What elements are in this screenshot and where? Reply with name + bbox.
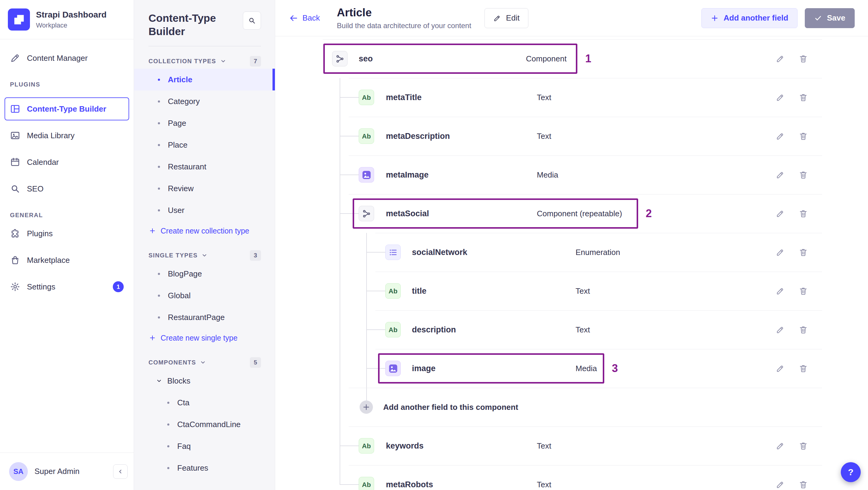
tree-connector	[340, 97, 359, 98]
field-name: keywords	[386, 441, 424, 451]
collapse-sidebar-button[interactable]	[113, 464, 128, 479]
edit-field-button[interactable]	[775, 170, 786, 180]
subnav-item-global[interactable]: Global	[134, 285, 275, 306]
delete-field-button[interactable]	[798, 170, 809, 180]
component-group-blocks[interactable]: Blocks	[134, 370, 275, 392]
field-type: Media	[537, 170, 558, 180]
edit-field-button[interactable]	[775, 324, 786, 335]
subnav-item-restaurant[interactable]: Restaurant	[134, 156, 275, 178]
delete-field-button[interactable]	[798, 247, 809, 258]
sidebar-item-content-type-builder[interactable]: Content-Type Builder	[4, 97, 129, 120]
create-collection-type-link[interactable]: Create new collection type	[134, 221, 275, 241]
delete-field-button[interactable]	[798, 131, 809, 142]
edit-field-button[interactable]	[775, 247, 786, 258]
sidebar-item-label: Media Library	[27, 131, 75, 140]
edit-field-button[interactable]	[775, 131, 786, 142]
field-name: image	[412, 364, 435, 373]
subnav-item-article[interactable]: Article	[134, 69, 275, 90]
chevron-down-icon	[199, 359, 206, 366]
trash-icon	[799, 441, 808, 450]
pencil-icon	[776, 209, 785, 218]
delete-field-button[interactable]	[798, 53, 809, 64]
edit-button[interactable]: Edit	[485, 8, 528, 28]
pen-icon	[10, 53, 20, 63]
edit-field-button[interactable]	[775, 285, 786, 297]
back-link[interactable]: Back	[289, 13, 320, 23]
save-button[interactable]: Save	[805, 8, 855, 28]
media-field-icon	[385, 361, 401, 376]
trash-icon	[799, 248, 808, 257]
tree-connector	[340, 175, 359, 175]
trash-icon	[799, 209, 808, 218]
text-field-icon: Ab	[385, 322, 401, 338]
brand-subtitle: Workplace	[36, 22, 106, 29]
field-type: Text	[537, 93, 551, 102]
subnav-item-label: CtaCommandLine	[177, 420, 241, 429]
edit-field-button[interactable]	[775, 53, 786, 64]
create-single-type-link[interactable]: Create new single type	[134, 328, 275, 347]
subnav-item-user[interactable]: User	[134, 199, 275, 221]
text-field-icon: Ab	[359, 90, 374, 105]
gear-icon	[10, 282, 20, 292]
sidebar-item-media-library[interactable]: Media Library	[0, 122, 134, 149]
field-row-socialnetwork: socialNetwork Enumeration	[323, 233, 822, 272]
sidebar-item-seo[interactable]: SEO	[0, 176, 134, 202]
delete-field-button[interactable]	[798, 363, 809, 374]
subnav-item-blogpage[interactable]: BlogPage	[134, 263, 275, 285]
subnav-item-page[interactable]: Page	[134, 112, 275, 134]
subnav-item-place[interactable]: Place	[134, 134, 275, 156]
edit-field-button[interactable]	[775, 363, 786, 374]
sidebar-item-marketplace[interactable]: Marketplace	[0, 247, 134, 273]
sidebar-item-settings[interactable]: Settings 1	[0, 273, 134, 300]
subnav-item-restaurantpage[interactable]: RestaurantPage	[134, 306, 275, 328]
field-name: socialNetwork	[412, 248, 467, 257]
add-another-field-button[interactable]: Add another field	[701, 8, 798, 28]
delete-field-button[interactable]	[798, 479, 809, 490]
sidebar-item-calendar[interactable]: Calendar	[0, 149, 134, 176]
check-icon	[814, 14, 822, 22]
plus-icon	[149, 335, 156, 341]
main-header: Back Article Build the data architecture…	[275, 0, 868, 36]
subnav-item-category[interactable]: Category	[134, 90, 275, 112]
sidebar-item-content-manager[interactable]: Content Manager	[0, 45, 134, 71]
user-name: Super Admin	[34, 467, 80, 476]
field-type: Text	[537, 441, 551, 451]
delete-field-button[interactable]	[798, 324, 809, 335]
bullet-icon	[158, 166, 160, 168]
subnav-item-ctacommandline[interactable]: CtaCommandLine	[134, 414, 275, 435]
delete-field-button[interactable]	[798, 440, 809, 451]
pencil-icon	[776, 131, 785, 141]
delete-field-button[interactable]	[798, 208, 809, 219]
chevron-down-icon	[220, 58, 226, 64]
collection-types-header[interactable]: COLLECTION TYPES 7	[134, 46, 275, 69]
sidebar-item-plugins[interactable]: Plugins	[0, 220, 134, 247]
edit-field-button[interactable]	[775, 479, 786, 490]
edit-label: Edit	[506, 13, 520, 23]
delete-field-button[interactable]	[798, 92, 809, 103]
subnav-item-features[interactable]: Features	[134, 457, 275, 479]
add-field-plus-button[interactable]	[360, 400, 373, 414]
subnav-item-review[interactable]: Review	[134, 178, 275, 199]
row-divider	[375, 349, 822, 349]
bullet-icon	[158, 273, 160, 275]
tree-connector	[340, 484, 359, 485]
subnav-item-label: Cta	[177, 398, 189, 407]
edit-field-button[interactable]	[775, 208, 786, 219]
pencil-icon	[776, 286, 785, 296]
add-field-to-component-row[interactable]: Add another field to this component	[323, 388, 822, 427]
subnav-item-label: Place	[168, 140, 187, 150]
subnav-item-label: RestaurantPage	[168, 313, 225, 322]
delete-field-button[interactable]	[798, 285, 809, 297]
components-header[interactable]: COMPONENTS 5	[134, 347, 275, 370]
edit-field-button[interactable]	[775, 440, 786, 451]
subnav-item-cta[interactable]: Cta	[134, 392, 275, 414]
row-divider	[323, 39, 822, 40]
text-field-icon: Ab	[385, 283, 401, 299]
bullet-icon	[158, 144, 160, 146]
edit-field-button[interactable]	[775, 92, 786, 103]
single-types-header[interactable]: SINGLE TYPES 3	[134, 241, 275, 263]
arrow-left-icon	[289, 13, 298, 23]
subnav-item-faq[interactable]: Faq	[134, 435, 275, 457]
subnav-search-button[interactable]	[243, 11, 261, 30]
help-button[interactable]: ?	[841, 462, 861, 482]
